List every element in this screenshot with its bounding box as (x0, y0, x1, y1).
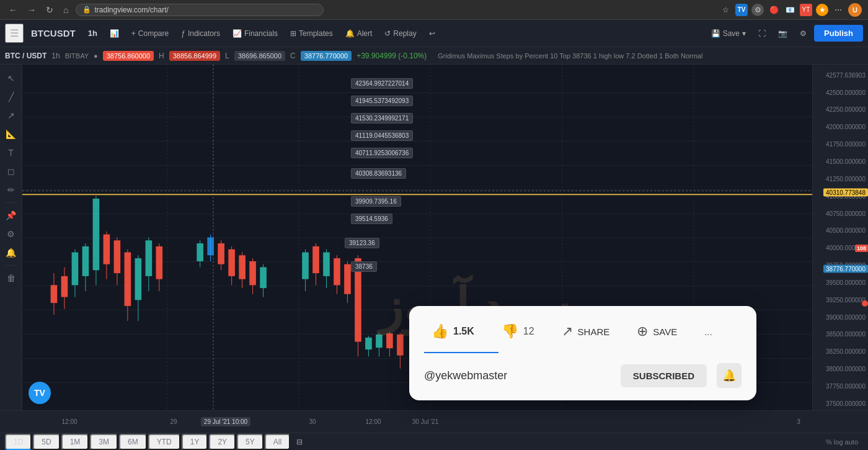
svg-rect-17 (93, 199, 100, 270)
right-price-scale: 42577.636903 42500.000000 42250.000000 4… (812, 65, 868, 410)
tf-5y[interactable]: 5Y (237, 434, 264, 450)
chart-type-icon: 📊 (110, 29, 119, 38)
more-button[interactable]: ... (697, 322, 720, 342)
refresh-button[interactable]: ↻ (43, 4, 56, 16)
bell-button[interactable]: 🔔 (717, 363, 742, 388)
settings-button[interactable]: ⚙ (795, 27, 812, 40)
undo-button[interactable]: ↩ (424, 27, 440, 40)
trash-tool[interactable]: 🗑 (2, 269, 20, 287)
tf-1m[interactable]: 1M (61, 434, 89, 450)
back-button[interactable]: ← (6, 4, 20, 16)
chart-type-button[interactable]: 📊 (105, 27, 124, 40)
time-label: 12:00 (61, 418, 77, 425)
forward-button[interactable]: → (25, 4, 38, 16)
menu-button[interactable]: ☰ (5, 24, 24, 43)
ext-icon-4[interactable]: 📧 (784, 4, 796, 16)
ext-icon-7[interactable]: ⋯ (832, 4, 844, 16)
alert-tool[interactable]: 🔔 (2, 244, 20, 261)
alert-button[interactable]: 🔔 Alert (340, 27, 378, 40)
svg-rect-29 (156, 246, 163, 279)
svg-rect-63 (397, 335, 404, 356)
star-icon[interactable]: ☆ (719, 4, 732, 16)
open-price-tag: 38756.860000 (103, 51, 154, 61)
svg-rect-9 (51, 285, 58, 303)
financials-button[interactable]: 📈 Financials (228, 27, 283, 40)
price-level-4: 41119.0445536803 (351, 130, 413, 141)
tv-toolbar: ☰ BTCUSDT 1h 📊 + Compare ƒ Indicators 📈 … (0, 20, 868, 47)
measure-tool[interactable]: 📐 (2, 125, 20, 143)
tf-all[interactable]: All (265, 434, 290, 450)
compare-button[interactable]: + Compare (126, 27, 174, 40)
layout-button[interactable]: ⊟ (296, 438, 303, 446)
currency-label: % log auto (826, 438, 858, 446)
svg-rect-27 (146, 240, 153, 276)
tf-3m[interactable]: 3M (90, 434, 118, 450)
scale-price: 39250.000000 (826, 296, 866, 303)
channel-row: @yekwebmaster SUBSCRIBED 🔔 (424, 363, 742, 388)
scale-price: 40750.000000 (826, 210, 866, 217)
fib-tool[interactable]: ↗ (2, 107, 20, 124)
user-avatar[interactable]: U (848, 3, 862, 17)
channel-handle[interactable]: @yekwebmaster (424, 369, 611, 382)
scale-price: 42250.000000 (826, 106, 866, 113)
tf-1y[interactable]: 1Y (182, 434, 208, 450)
ext-icon-6[interactable]: ★ (816, 4, 828, 16)
price-level-5: 40711.9253006736 (351, 148, 413, 158)
svg-rect-25 (135, 258, 142, 300)
save-playlist-button[interactable]: ⊕ SAVE (629, 318, 684, 344)
svg-rect-47 (312, 246, 319, 273)
settings-tool[interactable]: ⚙ (2, 225, 20, 243)
tf-1d[interactable]: 1D (5, 434, 32, 450)
text-tool[interactable]: T (2, 144, 20, 161)
symbol-display[interactable]: BTCUSDT (26, 28, 81, 38)
tf-2y[interactable]: 2Y (209, 434, 236, 450)
publish-button[interactable]: Publish (814, 25, 863, 42)
ext-icon-3[interactable]: 🔴 (768, 4, 780, 16)
tradingview-logo: TV (29, 382, 51, 404)
tf-5d[interactable]: 5D (33, 434, 60, 450)
scale-price: 37500.000000 (826, 400, 866, 407)
more-icon: ... (704, 326, 712, 337)
fullscreen-button[interactable]: ⛶ (753, 27, 771, 40)
svg-rect-19 (104, 235, 110, 264)
pin-tool[interactable]: 📌 (2, 207, 20, 224)
price-level-2: 41945.5373492093 (351, 96, 413, 106)
cursor-tool[interactable]: ↖ (2, 70, 20, 87)
shape-tool[interactable]: ◻ (2, 163, 20, 180)
extension-icon[interactable]: TV (735, 4, 748, 16)
price-level-7: 39909.7395.16 (351, 196, 401, 207)
dislike-button[interactable]: 👎 12 (494, 318, 542, 344)
tf-6m[interactable]: 6M (119, 434, 147, 450)
snapshot-button[interactable]: 📷 (773, 27, 792, 40)
save-playlist-label: SAVE (653, 326, 677, 337)
timeframe-button[interactable]: 1h (83, 26, 102, 40)
scale-price: 42000.000000 (826, 124, 866, 130)
svg-rect-39 (239, 255, 246, 279)
svg-rect-21 (114, 240, 121, 273)
svg-rect-57 (365, 338, 372, 349)
svg-rect-33 (207, 238, 214, 256)
subscribe-button[interactable]: SUBSCRIBED (621, 364, 707, 387)
ext-icon-2[interactable]: ⚙ (751, 4, 764, 16)
svg-rect-41 (249, 261, 256, 285)
svg-rect-35 (218, 243, 224, 264)
indicators-button[interactable]: ƒ Indicators (176, 27, 225, 40)
brush-tool[interactable]: ✏ (2, 181, 20, 199)
templates-button[interactable]: ⊞ Templates (285, 27, 338, 40)
ext-icon-5[interactable]: YT (800, 4, 812, 16)
dislike-icon: 👎 (502, 323, 518, 340)
address-bar[interactable]: 🔒 tradingview.com/chart/ (76, 4, 324, 16)
tf-ytd[interactable]: YTD (148, 434, 180, 450)
share-icon: ↗ (562, 323, 573, 340)
share-button[interactable]: ↗ SHARE (554, 318, 618, 344)
price-level-3: 41530.2349992171 (351, 113, 413, 124)
save-button[interactable]: 💾 Save ▾ (706, 27, 751, 40)
alert-icon: 🔔 (345, 29, 355, 38)
svg-rect-31 (197, 243, 203, 261)
home-button[interactable]: ⌂ (61, 4, 71, 16)
svg-rect-53 (344, 264, 351, 294)
replay-button[interactable]: ↺ Replay (379, 27, 421, 40)
svg-rect-59 (376, 335, 383, 348)
like-button[interactable]: 👍 1.5K (424, 318, 482, 344)
trend-line-tool[interactable]: ╱ (2, 88, 20, 106)
